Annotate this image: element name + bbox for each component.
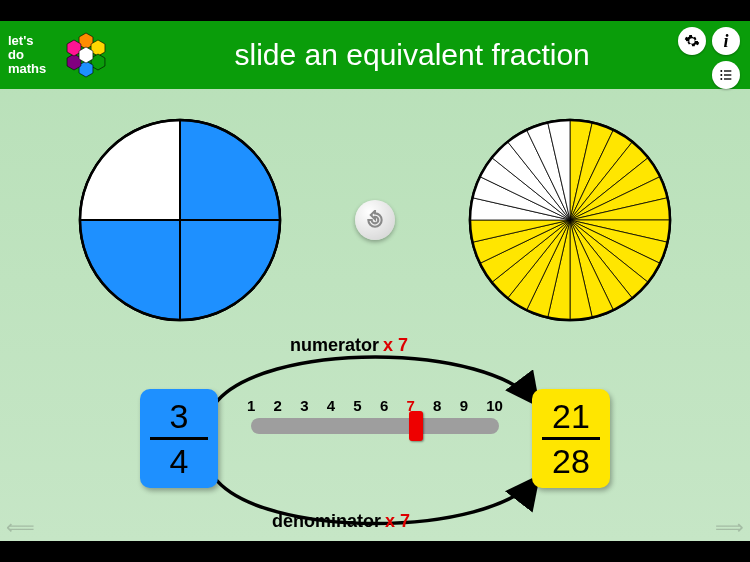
slider-tick: 4 [327, 397, 335, 414]
source-pie [75, 115, 285, 325]
result-fraction-box: 21 28 [532, 389, 610, 488]
svg-rect-1 [724, 70, 731, 71]
numerator-word: numerator [290, 335, 379, 355]
next-icon[interactable]: ⟹ [715, 515, 744, 539]
fraction-bar [542, 437, 600, 440]
numerator-mult: x 7 [383, 335, 408, 355]
header-buttons: i [664, 27, 740, 89]
numerator-label: numeratorx 7 [290, 335, 408, 356]
slider-tick: 5 [353, 397, 361, 414]
result-numerator: 21 [536, 397, 606, 435]
brand-text: let's do maths [0, 28, 54, 82]
slider-tick-labels: 12345678910 [245, 397, 505, 414]
svg-point-2 [720, 74, 722, 76]
source-denominator: 4 [144, 442, 214, 480]
svg-point-0 [720, 70, 722, 72]
menu-list-button[interactable] [712, 61, 740, 89]
info-button[interactable]: i [712, 27, 740, 55]
header-bar: let's do maths slide an equivalent fract… [0, 21, 750, 89]
brand-line: maths [8, 62, 46, 76]
source-numerator: 3 [144, 397, 214, 435]
slider-tick: 2 [274, 397, 282, 414]
result-denominator: 28 [536, 442, 606, 480]
slider-tick: 6 [380, 397, 388, 414]
slider-tick: 3 [300, 397, 308, 414]
brand-line: let's [8, 34, 46, 48]
source-fraction-box: 3 4 [140, 389, 218, 488]
settings-button[interactable] [678, 27, 706, 55]
page-title: slide an equivalent fraction [74, 38, 750, 72]
svg-rect-5 [724, 78, 731, 79]
multiplier-slider[interactable]: 12345678910 [245, 397, 505, 434]
fraction-bar [150, 437, 208, 440]
slider-thumb[interactable] [409, 411, 423, 441]
result-pie [465, 115, 675, 325]
app-stage: let's do maths slide an equivalent fract… [0, 21, 750, 541]
reset-button[interactable] [355, 200, 395, 240]
slider-tick: 8 [433, 397, 441, 414]
pie-row [0, 89, 750, 331]
prev-icon[interactable]: ⟸ [6, 515, 35, 539]
svg-point-4 [720, 78, 722, 80]
svg-rect-3 [724, 74, 731, 75]
slider-tick: 10 [486, 397, 503, 414]
slider-track[interactable] [251, 418, 499, 434]
footer-nav: ⟸ ⟹ [0, 515, 750, 539]
slider-tick: 1 [247, 397, 255, 414]
brand-line: do [8, 48, 46, 62]
slider-tick: 9 [460, 397, 468, 414]
